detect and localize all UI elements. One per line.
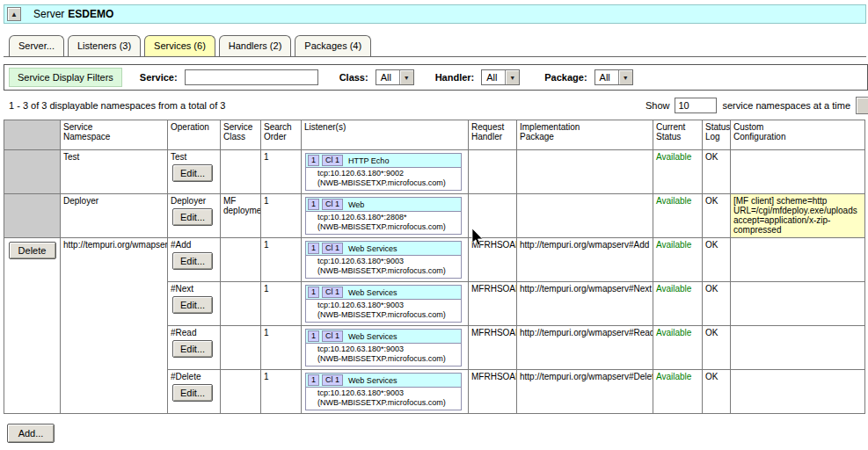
search-order-cell: 1	[261, 238, 302, 282]
status-log-cell: OK	[703, 150, 731, 194]
dropdown-arrow-icon[interactable]: ▼	[505, 70, 519, 84]
pagination-summary: 1 - 3 of 3 displayable namespaces from a…	[9, 100, 225, 111]
collapse-server-button[interactable]: ▲	[7, 7, 21, 21]
partial-button[interactable]	[856, 97, 868, 114]
add-service-button[interactable]: Add...	[7, 424, 55, 443]
tab-handlers-2[interactable]: Handlers (2)	[219, 35, 292, 56]
listener-class-badge: Cl 1	[322, 374, 343, 386]
show-count-input[interactable]	[675, 98, 717, 113]
service-class-cell	[221, 370, 261, 414]
operation-label: #Next	[171, 284, 217, 294]
service-filter-input[interactable]	[185, 69, 318, 85]
listener-address: tcp:10.120.63.180*:2808*	[317, 213, 459, 222]
column-header: Request Handler	[469, 120, 517, 150]
custom-configuration-cell	[731, 238, 865, 282]
table-row: Deployer Deployer Edit... MF deployment …	[4, 194, 865, 238]
column-header: Service Namespace	[61, 120, 168, 150]
status-log-cell: OK	[703, 370, 731, 414]
search-order-cell: 1	[261, 150, 302, 194]
handler-filter-label: Handler:	[435, 72, 475, 83]
column-header: Current Status	[653, 120, 703, 150]
delete-button[interactable]: Delete	[9, 242, 56, 259]
listener-box: 1 Cl 1 HTTP Echo tcp:10.120.63.180*:9002…	[305, 153, 462, 191]
server-label: Server	[33, 8, 64, 20]
edit-button[interactable]: Edit...	[172, 384, 213, 402]
operation-cell: Test Edit...	[168, 150, 221, 194]
edit-button[interactable]: Edit...	[172, 164, 213, 182]
request-handler-cell: MFRHSOAP	[469, 282, 517, 326]
listener-number-badge: 1	[308, 199, 319, 210]
action-cell	[4, 150, 61, 194]
listener-details: tcp:10.120.63.180*:9003 (NWB-MBISSETXP.m…	[306, 388, 461, 410]
tab-packages-4[interactable]: Packages (4)	[295, 35, 371, 56]
listener-class-badge: Cl 1	[322, 243, 343, 254]
current-status-cell: Available	[653, 282, 703, 326]
request-handler-cell	[469, 194, 517, 238]
column-header: Custom Configuration	[731, 120, 865, 150]
tab-label: Handlers (2)	[229, 40, 282, 51]
service-class-cell: MF deployment	[221, 194, 261, 238]
pagination-line: 1 - 3 of 3 displayable namespaces from a…	[9, 97, 864, 114]
listener-box: 1 Cl 1 Web tcp:10.120.63.180*:2808* (NWB…	[305, 197, 462, 235]
handler-select-value: All	[482, 72, 505, 83]
tab-server[interactable]: Server...	[9, 35, 64, 56]
dropdown-arrow-icon[interactable]: ▼	[399, 70, 413, 84]
listener-host: (NWB-MBISSETXP.microfocus.com)	[317, 354, 459, 364]
listener-box-header: 1 Cl 1 Web Services	[306, 242, 461, 256]
class-select-value: All	[376, 72, 399, 83]
operation-label: #Delete	[171, 372, 217, 381]
tab-listeners-3[interactable]: Listeners (3)	[68, 35, 141, 56]
show-label: Show	[646, 100, 670, 111]
dropdown-arrow-icon[interactable]: ▼	[618, 70, 632, 84]
column-header: Listener(s)	[302, 120, 469, 150]
tab-label: Listeners (3)	[77, 40, 131, 51]
request-handler-cell: MFRHSOAP	[469, 370, 517, 414]
listeners-cell: 1 Cl 1 Web Services tcp:10.120.63.180*:9…	[302, 238, 469, 282]
listener-box-header: 1 Cl 1 Web Services	[306, 330, 461, 344]
listener-host: (NWB-MBISSETXP.microfocus.com)	[317, 266, 459, 276]
service-class-cell	[221, 282, 261, 326]
listener-host: (NWB-MBISSETXP.microfocus.com)	[317, 398, 459, 408]
search-order-cell: 1	[261, 282, 302, 326]
listener-details: tcp:10.120.63.180*:9003 (NWB-MBISSETXP.m…	[306, 256, 461, 278]
current-status-cell: Available	[653, 326, 703, 370]
edit-button[interactable]: Edit...	[172, 208, 213, 226]
listener-host: (NWB-MBISSETXP.microfocus.com)	[317, 178, 459, 188]
listener-address: tcp:10.120.63.180*:9003	[317, 388, 459, 398]
custom-configuration-cell	[731, 326, 865, 370]
operation-label: Deployer	[171, 196, 217, 206]
table-body: Test Test Edit... 1 1 Cl 1 HTTP Echo tcp…	[4, 150, 865, 414]
tab-label: Server...	[18, 40, 55, 51]
package-select[interactable]: All ▼	[594, 69, 633, 85]
listener-box-header: 1 Cl 1 HTTP Echo	[306, 154, 461, 168]
service-namespace-cell: Deployer	[61, 194, 168, 238]
filter-title: Service Display Filters	[9, 68, 122, 87]
listener-number-badge: 1	[308, 330, 319, 342]
current-status-cell: Available	[653, 194, 703, 238]
handler-select[interactable]: All ▼	[481, 69, 520, 85]
action-cell	[4, 194, 61, 238]
listener-box: 1 Cl 1 Web Services tcp:10.120.63.180*:9…	[305, 373, 462, 410]
table-row: Deletehttp://tempuri.org/wmapserv #Add E…	[4, 238, 865, 282]
listener-box: 1 Cl 1 Web Services tcp:10.120.63.180*:9…	[305, 329, 462, 367]
edit-button[interactable]: Edit...	[172, 296, 213, 314]
edit-button[interactable]: Edit...	[172, 252, 213, 270]
listener-box-header: 1 Cl 1 Web Services	[306, 374, 461, 388]
edit-button[interactable]: Edit...	[172, 340, 213, 358]
tab-label: Services (6)	[154, 40, 206, 51]
column-header: Operation	[168, 120, 221, 150]
action-cell: Delete	[4, 238, 61, 414]
show-group: Show service namespaces at a time	[646, 97, 864, 114]
listeners-cell: 1 Cl 1 Web Services tcp:10.120.63.180*:9…	[302, 370, 469, 414]
tab-services-6[interactable]: Services (6)	[144, 35, 215, 56]
package-select-value: All	[595, 72, 618, 83]
package-filter-label: Package:	[544, 72, 587, 83]
column-header: Service Class	[221, 120, 261, 150]
current-status-cell: Available	[653, 238, 703, 282]
triangle-up-icon: ▲	[11, 11, 18, 18]
request-handler-cell	[469, 150, 517, 194]
custom-configuration-cell: [MF client] scheme=http URL=/cgi/mfdeplo…	[731, 194, 865, 238]
class-select[interactable]: All ▼	[376, 69, 414, 85]
request-handler-cell: MFRHSOAP	[469, 238, 517, 282]
listeners-cell: 1 Cl 1 Web Services tcp:10.120.63.180*:9…	[302, 326, 469, 370]
